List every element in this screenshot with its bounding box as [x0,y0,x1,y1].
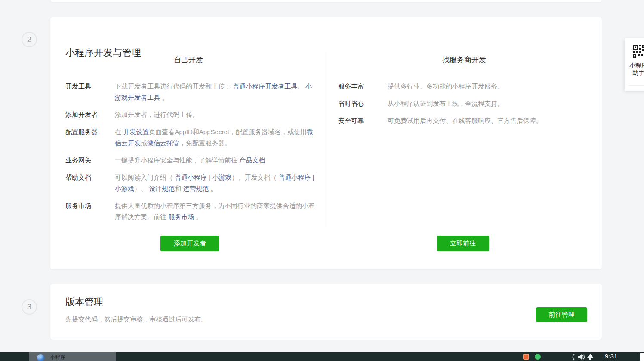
green-status-icon[interactable] [535,354,541,360]
inline-text: ，免配置服务器。 [179,139,231,147]
inline-link[interactable]: 普通小程序开发者工具 [233,83,297,90]
network-icon[interactable] [570,353,576,361]
row-business-gateway: 业务网关 一键提升小程序安全与性能，了解详情前往 产品文档 [65,155,317,166]
row-content: 可以阅读入门介绍（ 普通小程序 | 小游戏）、开发文档（ 普通小程序 | 小游戏… [115,172,317,194]
row-save-time: 省时省心 从小程序认证到发布上线，全流程支持。 [338,98,579,109]
row-content: 提供多行业、多功能的小程序开发服务。 [388,81,579,92]
row-content: 可免费试用后再支付、在线客服响应、官方售后保障。 [388,115,579,126]
service-provider-rows: 服务丰富 提供多行业、多功能的小程序开发服务。 省时省心 从小程序认证到发布上线… [338,81,579,132]
assistant-label-line2: 助手 [625,69,644,76]
step-2-badge: 2 [22,32,37,47]
taskbar-window-button[interactable]: 小程序 [29,352,116,361]
row-label: 添加开发者 [65,109,115,120]
inline-text: 从小程序认证到发布上线，全流程支持。 [388,100,504,107]
widget-divider [628,85,644,86]
go-now-button[interactable]: 立即前往 [437,236,489,251]
inline-text: 添加开发者，进行代码上传。 [115,111,199,118]
row-label: 省时省心 [338,98,388,109]
inline-link[interactable]: 运营规范 [183,185,209,192]
inline-link[interactable]: 微信云托管 [147,139,179,147]
inline-link[interactable]: 产品文档 [239,156,265,164]
go-manage-button[interactable]: 前往管理 [536,307,587,322]
volume-icon[interactable] [578,353,585,361]
inline-text: 下载开发者工具进行代码的开发和上传： [115,83,233,90]
inline-text: 提供多行业、多功能的小程序开发服务。 [388,83,504,90]
row-content: 下载开发者工具进行代码的开发和上传： 普通小程序开发者工具、 小游戏开发者工具 … [115,81,317,103]
row-label: 帮助文档 [65,172,115,194]
inline-text: 和 [175,185,183,192]
inline-link[interactable]: | [207,174,212,181]
add-developer-button[interactable]: 添加开发者 [160,236,219,251]
inline-text: ）、开发文档（ [231,174,278,181]
assistant-label-line1: 小程序 [625,62,644,69]
section3-description: 先提交代码，然后提交审核，审核通过后可发布。 [65,315,207,324]
inline-link[interactable]: 普通小程序 [279,174,311,181]
qr-code-icon [633,45,644,58]
row-content: 从小程序认证到发布上线，全流程支持。 [388,98,579,109]
row-help-docs: 帮助文档 可以阅读入门介绍（ 普通小程序 | 小游戏）、开发文档（ 普通小程序 … [65,172,317,194]
version-management-card: 版本管理 先提交代码，然后提交审核，审核通过后可发布。 前往管理 [50,284,602,340]
inline-link[interactable]: 开发设置 [123,128,149,135]
inline-link[interactable]: 设计规范 [149,185,175,192]
inline-link[interactable]: 服务市场 [168,213,194,220]
step-2-number: 2 [27,35,32,44]
row-label: 服务市场 [65,200,115,223]
row-content: 一键提升小程序安全与性能，了解详情前往 产品文档 [115,155,317,166]
row-add-developer: 添加开发者 添加开发者，进行代码上传。 [65,109,317,120]
dev-management-card: 小程序开发与管理 自己开发 找服务商开发 开发工具 下载开发者工具进行代码的开发… [50,17,602,269]
row-label: 业务网关 [65,155,115,166]
show-desktop-icon[interactable] [640,353,644,361]
self-develop-header: 自己开发 [50,55,327,65]
inline-text: ）、 [134,185,149,192]
service-provider-header: 找服务商开发 [327,55,602,65]
row-label: 安全可靠 [338,115,388,126]
taskbar-window-title: 小程序 [50,354,65,361]
inline-text: 页面查看AppID和AppSecret，配置服务器域名，或使用 [149,128,307,135]
assistant-label: 小程序 助手 [625,62,644,76]
self-develop-rows: 开发工具 下载开发者工具进行代码的开发和上传： 普通小程序开发者工具、 小游戏开… [65,81,317,229]
inline-text: 。 [209,185,217,192]
inline-link[interactable]: | [311,174,314,181]
row-label: 配置服务器 [65,126,115,149]
row-content: 提供大量优质的小程序第三方服务，为不同行业的商家提供合适的小程序解决方案。前往 … [115,200,317,223]
inline-text: 。 [160,94,168,101]
step-3-number: 3 [27,302,32,312]
inline-link[interactable]: 小游戏 [212,174,231,181]
inline-text: 。 [194,213,202,220]
row-dev-tools: 开发工具 下载开发者工具进行代码的开发和上传： 普通小程序开发者工具、 小游戏开… [65,81,317,103]
inline-text: 可以阅读入门介绍（ [115,174,175,181]
row-rich-service: 服务丰富 提供多行业、多功能的小程序开发服务。 [338,81,579,92]
row-label: 开发工具 [65,81,115,103]
inline-text: 提供大量优质的小程序第三方服务，为不同行业的商家提供合适的小程序解决方案。前往 [115,202,315,220]
inline-link[interactable]: 小游戏 [115,185,134,192]
inline-text: 可免费试用后再支付、在线客服响应、官方售后保障。 [388,117,542,124]
column-divider [327,52,327,227]
inline-link[interactable]: 普通小程序 [175,174,207,181]
row-service-market: 服务市场 提供大量优质的小程序第三方服务，为不同行业的商家提供合适的小程序解决方… [65,200,317,223]
launcher-arrow-icon[interactable] [587,353,594,361]
section3-title: 版本管理 [65,296,103,309]
row-label: 服务丰富 [338,81,388,92]
row-config-server: 配置服务器 在 开发设置页面查看AppID和AppSecret，配置服务器域名，… [65,126,317,149]
inline-text: 、 [297,83,305,90]
browser-app-icon [37,354,44,361]
row-safe-reliable: 安全可靠 可免费试用后再支付、在线客服响应、官方售后保障。 [338,115,579,126]
row-content: 添加开发者，进行代码上传。 [115,109,317,120]
orange-app-icon[interactable] [523,354,529,360]
inline-text: 或 [141,139,147,147]
clock[interactable]: 9:31 [605,352,617,360]
mini-program-assistant-widget[interactable]: 小程序 助手 [625,38,644,91]
taskbar: 小程序 9:31 [0,352,644,361]
step-3-badge: 3 [22,299,37,315]
previous-section-card-sliver [50,0,602,2]
row-content: 在 开发设置页面查看AppID和AppSecret，配置服务器域名，或使用微信云… [115,126,317,149]
inline-text: 一键提升小程序安全与性能，了解详情前往 [115,156,239,164]
inline-text: 在 [115,128,123,135]
